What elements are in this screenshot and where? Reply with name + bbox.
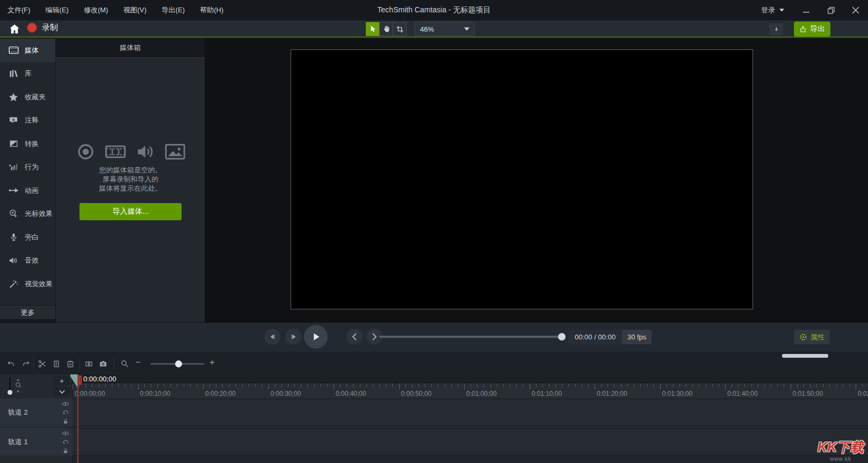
timeline-lane-track1[interactable] [73, 428, 868, 455]
ruler-tick [438, 384, 438, 387]
paste-button[interactable] [65, 359, 76, 368]
sign-in-button[interactable]: 登录 [751, 5, 794, 15]
sidebar-item-visual-effects[interactable]: 视觉效果 [0, 272, 55, 296]
timeline-lane-track2[interactable] [73, 399, 868, 426]
zoom-dropdown[interactable]: 46% [415, 22, 475, 36]
copy-button[interactable] [51, 359, 62, 368]
sidebar-item-behaviors[interactable]: 行为 [0, 156, 55, 179]
timeline-zoom-slider[interactable] [150, 363, 204, 365]
behavior-bars-icon [8, 161, 19, 173]
sidebar-item-label: 行为 [25, 162, 39, 172]
menu-view[interactable]: 视图(V) [123, 5, 146, 15]
zoom-value: 46% [420, 25, 434, 33]
ruler-tick [288, 384, 288, 387]
playhead-time-label: 0:00:00;00 [83, 375, 116, 383]
export-label: 导出 [810, 24, 825, 34]
timeline-zoom-out-button[interactable]: − [135, 357, 141, 368]
ruler-tick [791, 384, 791, 389]
sidebar-item-voice-narration[interactable]: 旁白 [0, 226, 55, 249]
minimize-icon [803, 7, 809, 13]
sidebar-item-cursor-effects[interactable]: 光标效果 [0, 202, 55, 226]
ruler-tick [516, 384, 517, 387]
ruler-tick [406, 384, 406, 387]
ruler-tick [725, 384, 726, 389]
sidebar-item-library[interactable]: 库 [0, 62, 55, 86]
minimize-button[interactable] [794, 0, 819, 20]
ruler-tick [568, 384, 569, 387]
track-loop-toggle[interactable] [62, 438, 69, 446]
timeline-zoom-thumb[interactable] [175, 360, 182, 367]
pan-tool-button[interactable] [379, 22, 393, 36]
sidebar-item-annotations[interactable]: a 注释 [0, 109, 55, 133]
sidebar-item-media[interactable]: 媒体 [0, 39, 55, 62]
ruler-tick [686, 384, 686, 387]
timeline-ruler[interactable]: 0:00:00;000:00:10;000:00:20;000:00:30;00… [73, 384, 868, 399]
track-visibility-toggle[interactable] [62, 400, 69, 408]
download-button[interactable] [769, 23, 783, 35]
close-button[interactable] [843, 0, 868, 20]
track-height-slider-thumb[interactable] [8, 390, 12, 395]
record-label: 录制 [42, 23, 58, 33]
timeline-zoom-button[interactable] [119, 359, 130, 368]
empty-line-1: 您的媒体箱是空的。 [56, 165, 205, 175]
home-button[interactable] [9, 23, 21, 35]
import-media-button[interactable]: 导入媒体... [79, 203, 182, 220]
media-bin-title: 媒体箱 [120, 43, 141, 53]
previous-frame-icon [269, 333, 277, 341]
crop-tool-button[interactable] [393, 22, 407, 36]
ruler-tick [503, 384, 504, 387]
home-icon [9, 23, 20, 35]
record-button[interactable]: 录制 [27, 23, 58, 33]
track-header-2[interactable]: 轨道 2 [0, 399, 73, 426]
menu-file[interactable]: 文件(F) [8, 5, 31, 15]
select-tool-button[interactable] [366, 22, 380, 36]
menu-edit[interactable]: 编辑(E) [46, 5, 69, 15]
split-button[interactable] [83, 359, 94, 368]
play-button[interactable] [304, 325, 328, 349]
scrub-slider[interactable] [379, 336, 562, 338]
magic-wand-icon [8, 278, 19, 290]
track-lock-toggle[interactable] [62, 447, 69, 454]
export-button[interactable]: 导出 [794, 21, 830, 37]
menu-modify[interactable]: 修改(M) [84, 5, 108, 15]
close-icon [852, 7, 859, 13]
snapshot-button[interactable] [98, 359, 108, 368]
properties-button[interactable]: 属性 [794, 330, 830, 344]
next-frame-button[interactable] [285, 329, 301, 345]
timeline-horizontal-scrollbar[interactable] [782, 354, 828, 358]
ruler-tick [334, 384, 334, 389]
ruler-tick [360, 384, 360, 387]
track-height-slider[interactable] [9, 377, 11, 393]
jump-back-button[interactable] [346, 329, 363, 345]
sidebar-more-button[interactable]: 更多 [0, 305, 55, 319]
track-options-button[interactable] [54, 387, 70, 396]
ruler-tick [483, 384, 484, 387]
redo-button[interactable] [20, 359, 31, 368]
previous-frame-button[interactable] [264, 329, 280, 345]
ruler-tick [379, 384, 380, 387]
maximize-button[interactable] [819, 0, 843, 20]
sidebar-item-animations[interactable]: 动画 [0, 179, 55, 202]
track-visibility-toggle[interactable] [62, 430, 69, 437]
track-loop-toggle[interactable] [62, 409, 69, 416]
playhead-row[interactable] [73, 374, 868, 384]
sidebar-item-favorites[interactable]: 收藏夹 [0, 85, 55, 109]
ruler-tick [118, 384, 119, 387]
track-header-1[interactable]: 轨道 1 [0, 428, 73, 455]
sidebar-item-audio-effects[interactable]: 音效 [0, 249, 55, 273]
cut-button[interactable] [37, 359, 47, 368]
eye-icon [62, 400, 69, 408]
timeline-zoom-in-button[interactable]: + [209, 357, 215, 368]
track-lock-toggle[interactable] [62, 417, 69, 425]
undo-button[interactable] [5, 359, 16, 368]
sidebar-item-transitions[interactable]: 转换 [0, 132, 55, 156]
add-track-button[interactable]: + [54, 376, 70, 385]
menu-help[interactable]: 帮助(H) [200, 5, 223, 15]
menu-export[interactable]: 导出(E) [162, 5, 185, 15]
fps-display[interactable]: 30 fps [622, 330, 652, 344]
preview-canvas[interactable] [291, 49, 753, 309]
cursor-icon [368, 25, 377, 33]
ruler-tick [190, 384, 191, 387]
ruler-tick [816, 384, 817, 387]
scrub-slider-thumb[interactable] [558, 333, 566, 341]
